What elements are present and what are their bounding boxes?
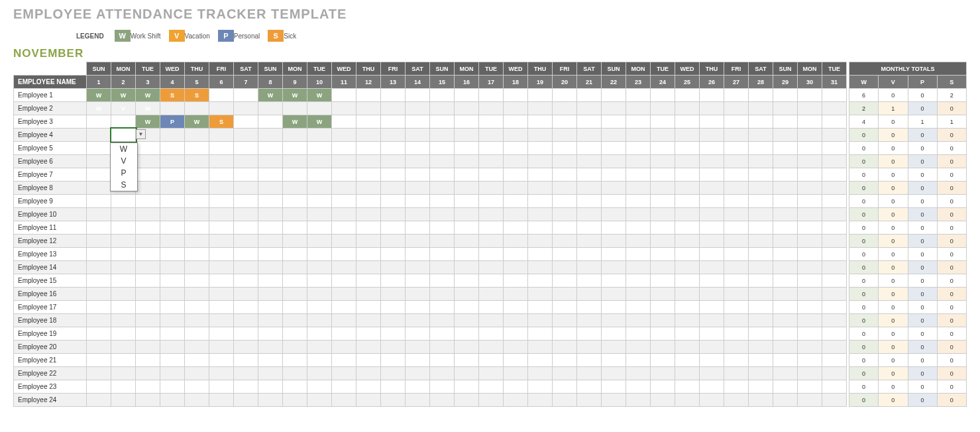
attendance-cell[interactable] <box>651 288 675 301</box>
attendance-cell[interactable] <box>504 208 528 221</box>
attendance-cell[interactable] <box>356 354 381 367</box>
attendance-cell[interactable] <box>504 235 528 248</box>
attendance-cell[interactable] <box>675 142 700 155</box>
attendance-cell[interactable] <box>675 380 700 394</box>
attendance-cell[interactable] <box>209 274 234 288</box>
attendance-cell[interactable] <box>749 195 773 208</box>
attendance-cell[interactable] <box>381 288 406 301</box>
attendance-cell[interactable] <box>455 115 479 129</box>
attendance-cell[interactable]: P <box>160 115 185 129</box>
attendance-cell[interactable] <box>553 155 577 168</box>
attendance-cell[interactable] <box>528 221 553 235</box>
attendance-cell[interactable] <box>111 115 136 129</box>
attendance-cell[interactable] <box>381 168 406 182</box>
attendance-cell[interactable] <box>258 142 283 155</box>
attendance-cell[interactable] <box>111 380 136 394</box>
attendance-cell[interactable] <box>234 261 258 274</box>
attendance-cell[interactable] <box>430 354 455 367</box>
attendance-cell[interactable] <box>749 327 773 341</box>
attendance-cell[interactable] <box>185 129 209 142</box>
attendance-cell[interactable] <box>455 367 479 380</box>
attendance-cell[interactable] <box>258 394 283 407</box>
attendance-cell[interactable] <box>479 89 504 102</box>
attendance-cell[interactable] <box>626 327 651 341</box>
attendance-cell[interactable] <box>185 248 209 261</box>
attendance-cell[interactable] <box>626 380 651 394</box>
attendance-cell[interactable] <box>479 288 504 301</box>
attendance-cell[interactable] <box>209 208 234 221</box>
attendance-cell[interactable] <box>455 261 479 274</box>
attendance-cell[interactable] <box>111 394 136 407</box>
attendance-cell[interactable] <box>602 274 626 288</box>
employee-name-cell[interactable]: Employee 9 <box>14 195 87 208</box>
attendance-cell[interactable] <box>430 221 455 235</box>
attendance-cell[interactable] <box>356 168 381 182</box>
attendance-cell[interactable] <box>626 367 651 380</box>
attendance-cell[interactable] <box>479 367 504 380</box>
attendance-cell[interactable] <box>455 274 479 288</box>
attendance-cell[interactable]: W <box>283 89 307 102</box>
attendance-cell[interactable] <box>700 288 724 301</box>
attendance-cell[interactable] <box>724 89 749 102</box>
attendance-cell[interactable] <box>455 248 479 261</box>
attendance-cell[interactable] <box>651 115 675 129</box>
attendance-cell[interactable] <box>749 248 773 261</box>
employee-name-cell[interactable]: Employee 14 <box>14 261 87 274</box>
attendance-cell[interactable] <box>626 354 651 367</box>
attendance-cell[interactable] <box>602 261 626 274</box>
attendance-cell[interactable] <box>675 367 700 380</box>
attendance-cell[interactable] <box>822 367 847 380</box>
attendance-cell[interactable] <box>528 354 553 367</box>
attendance-cell[interactable] <box>307 288 332 301</box>
attendance-cell[interactable] <box>381 301 406 314</box>
attendance-cell[interactable] <box>602 102 626 115</box>
attendance-cell[interactable] <box>626 248 651 261</box>
attendance-cell[interactable] <box>479 115 504 129</box>
attendance-cell[interactable] <box>700 394 724 407</box>
attendance-cell[interactable] <box>234 380 258 394</box>
attendance-cell[interactable] <box>479 155 504 168</box>
attendance-cell[interactable] <box>160 195 185 208</box>
attendance-cell[interactable] <box>700 115 724 129</box>
attendance-cell[interactable] <box>626 168 651 182</box>
attendance-cell[interactable] <box>455 142 479 155</box>
attendance-cell[interactable] <box>749 380 773 394</box>
employee-name-cell[interactable]: Employee 19 <box>14 327 87 341</box>
attendance-cell[interactable] <box>381 115 406 129</box>
attendance-cell[interactable] <box>307 182 332 195</box>
attendance-cell[interactable] <box>136 195 160 208</box>
attendance-cell[interactable] <box>332 102 356 115</box>
employee-name-cell[interactable]: Employee 22 <box>14 367 87 380</box>
attendance-cell[interactable] <box>209 354 234 367</box>
attendance-cell[interactable] <box>185 235 209 248</box>
attendance-cell[interactable] <box>602 221 626 235</box>
attendance-cell[interactable] <box>773 221 798 235</box>
attendance-cell[interactable] <box>749 341 773 354</box>
attendance-cell[interactable] <box>700 89 724 102</box>
attendance-cell[interactable] <box>381 182 406 195</box>
attendance-cell[interactable] <box>626 115 651 129</box>
attendance-cell[interactable] <box>749 89 773 102</box>
attendance-cell[interactable] <box>773 89 798 102</box>
attendance-cell[interactable] <box>528 195 553 208</box>
attendance-cell[interactable] <box>332 367 356 380</box>
attendance-cell[interactable] <box>479 341 504 354</box>
attendance-cell[interactable] <box>185 208 209 221</box>
attendance-cell[interactable] <box>307 221 332 235</box>
attendance-cell[interactable] <box>675 288 700 301</box>
attendance-cell[interactable] <box>798 182 822 195</box>
attendance-cell[interactable] <box>773 394 798 407</box>
attendance-cell[interactable] <box>209 195 234 208</box>
attendance-cell[interactable] <box>798 155 822 168</box>
attendance-cell[interactable] <box>700 367 724 380</box>
attendance-cell[interactable] <box>283 367 307 380</box>
attendance-cell[interactable] <box>724 327 749 341</box>
attendance-cell[interactable] <box>724 288 749 301</box>
attendance-cell[interactable] <box>504 327 528 341</box>
attendance-cell[interactable] <box>602 327 626 341</box>
attendance-cell[interactable] <box>406 394 430 407</box>
attendance-cell[interactable] <box>504 380 528 394</box>
attendance-cell[interactable] <box>87 248 111 261</box>
attendance-cell[interactable] <box>356 288 381 301</box>
attendance-cell[interactable] <box>700 182 724 195</box>
